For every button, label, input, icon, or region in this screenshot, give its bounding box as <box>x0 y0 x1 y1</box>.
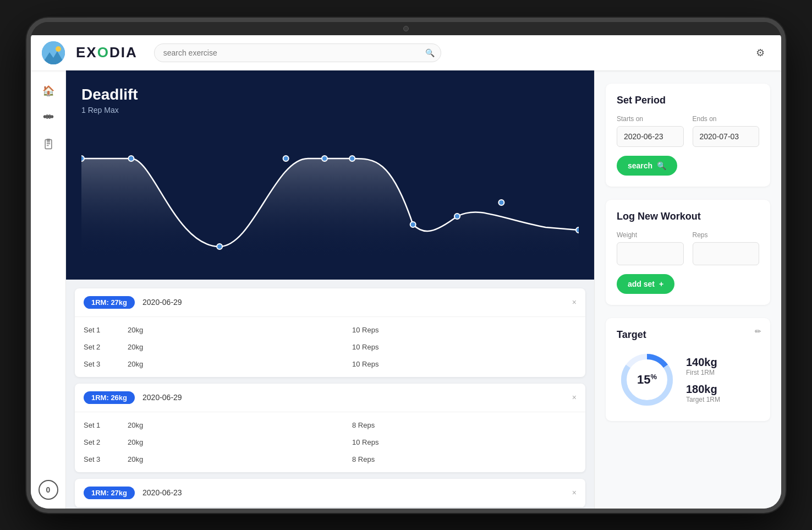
edit-icon[interactable]: ✏ <box>755 327 761 336</box>
reps-field: Reps <box>693 231 760 265</box>
search-button-icon: 🔍 <box>657 161 666 170</box>
donut-percentage: 15% <box>637 372 657 386</box>
avatar <box>42 41 65 64</box>
set-reps: 10 Reps <box>352 343 577 351</box>
set-reps: 8 Reps <box>352 421 577 429</box>
svg-point-16 <box>128 156 134 161</box>
svg-point-2 <box>56 46 61 52</box>
add-set-icon: + <box>659 280 663 288</box>
workout-date-0: 2020-06-29 <box>142 298 182 307</box>
set-label: Set 1 <box>84 326 128 334</box>
chart-area: Deadlift 1 Rep Max <box>66 70 594 509</box>
add-set-button[interactable]: add set + <box>617 274 674 294</box>
set-row: Set 1 20kg 10 Reps <box>75 321 585 338</box>
svg-point-20 <box>349 156 355 161</box>
workout-card-2: 1RM: 27kg 2020-06-23 × <box>75 479 585 507</box>
weight-field: Weight <box>617 231 684 265</box>
svg-point-18 <box>283 156 289 161</box>
target-content: 15% 140kg First 1RM 180kg Target 1RM ✏ <box>617 349 759 410</box>
target-section: Target <box>606 318 770 421</box>
set-label: Set 3 <box>84 360 128 368</box>
search-input[interactable] <box>154 43 441 62</box>
donut-chart: 15% <box>617 349 677 410</box>
svg-rect-14 <box>47 139 50 141</box>
set-reps: 8 Reps <box>352 455 577 463</box>
set-weight: 20kg <box>128 326 352 334</box>
set-row: Set 3 20kg 8 Reps <box>75 451 585 468</box>
set-label: Set 2 <box>84 438 128 446</box>
set-weight: 20kg <box>128 421 352 429</box>
clipboard-icon <box>43 139 54 152</box>
sidebar-item-workouts[interactable] <box>37 107 60 130</box>
workout-sets-0: Set 1 20kg 10 Reps Set 2 20kg 10 Reps <box>75 317 585 377</box>
set-reps: 10 Reps <box>352 326 577 334</box>
set-label: Set 2 <box>84 343 128 351</box>
header: EXODIA 🔍 ⚙ <box>31 35 781 70</box>
search-bar-container: 🔍 <box>154 43 441 62</box>
chart-title: Deadlift <box>81 86 579 103</box>
set-row: Set 1 20kg 8 Reps <box>75 417 585 434</box>
set-period-section: Set Period Starts on Ends on <box>606 84 770 187</box>
workout-sets-1: Set 1 20kg 8 Reps Set 2 20kg 10 Reps <box>75 412 585 472</box>
gear-icon: ⚙ <box>756 47 765 59</box>
svg-point-15 <box>81 156 84 161</box>
device: EXODIA 🔍 ⚙ 🏠 <box>26 18 786 513</box>
target-info: 140kg First 1RM 180kg Target 1RM <box>686 356 759 403</box>
right-panel: Set Period Starts on Ends on <box>594 70 781 509</box>
close-workout-1[interactable]: × <box>572 393 577 402</box>
set-weight: 20kg <box>128 343 352 351</box>
weight-input[interactable] <box>617 242 684 265</box>
starts-on-label: Starts on <box>617 115 684 123</box>
workout-header-0: 1RM: 27kg 2020-06-29 × <box>75 288 585 317</box>
log-workout-title: Log New Workout <box>617 211 759 222</box>
rm-badge-2: 1RM: 27kg <box>84 487 135 499</box>
svg-point-19 <box>322 156 327 161</box>
target-title: Target <box>617 329 759 341</box>
dumbbell-icon <box>42 111 54 125</box>
search-button[interactable]: search 🔍 <box>617 156 677 176</box>
reps-label: Reps <box>693 231 760 239</box>
starts-on-input[interactable] <box>617 126 684 147</box>
set-row: Set 2 20kg 10 Reps <box>75 338 585 356</box>
workout-header-1: 1RM: 26kg 2020-06-29 × <box>75 384 585 412</box>
set-weight: 20kg <box>128 455 352 463</box>
camera <box>403 26 409 31</box>
settings-button[interactable]: ⚙ <box>750 43 770 63</box>
workout-header-2: 1RM: 27kg 2020-06-23 × <box>75 479 585 507</box>
sidebar-item-log[interactable] <box>37 134 60 157</box>
set-reps: 10 Reps <box>352 438 577 446</box>
weight-label: Weight <box>617 231 684 239</box>
svg-point-23 <box>498 200 504 205</box>
logs-container: 1RM: 27kg 2020-06-29 × Set 1 20kg 10 Rep… <box>66 280 594 509</box>
starts-on-field: Starts on <box>617 115 684 147</box>
set-row: Set 2 20kg 10 Reps <box>75 434 585 451</box>
svg-point-17 <box>217 244 222 249</box>
close-workout-2[interactable]: × <box>572 488 577 497</box>
set-weight: 20kg <box>128 438 352 446</box>
workout-date-1: 2020-06-29 <box>142 393 182 402</box>
chart-card: Deadlift 1 Rep Max <box>66 70 594 280</box>
svg-point-21 <box>410 222 416 227</box>
first-1rm-value: 140kg <box>686 356 759 369</box>
sidebar-badge[interactable]: 0 <box>39 480 58 500</box>
target-1rm-value: 180kg <box>686 383 759 396</box>
content: Deadlift 1 Rep Max <box>66 70 781 509</box>
first-1rm-label: First 1RM <box>686 369 759 376</box>
main: 🏠 <box>31 70 781 509</box>
set-reps: 10 Reps <box>352 360 577 368</box>
ends-on-input[interactable] <box>693 126 760 147</box>
set-row: Set 3 20kg 10 Reps <box>75 356 585 373</box>
set-weight: 20kg <box>128 360 352 368</box>
rm-badge-1: 1RM: 26kg <box>84 391 135 404</box>
rm-badge-0: 1RM: 27kg <box>84 296 135 309</box>
ends-on-label: Ends on <box>693 115 760 123</box>
set-label: Set 1 <box>84 421 128 429</box>
set-period-title: Set Period <box>617 95 759 106</box>
sidebar-item-home[interactable]: 🏠 <box>37 79 60 102</box>
close-workout-0[interactable]: × <box>572 298 577 307</box>
sidebar-bottom: 0 <box>39 480 58 500</box>
svg-point-22 <box>454 214 460 219</box>
workout-card-1: 1RM: 26kg 2020-06-29 × Set 1 20kg 8 Reps <box>75 384 585 472</box>
log-workout-section: Log New Workout Weight Reps <box>606 200 770 305</box>
reps-input[interactable] <box>693 242 760 265</box>
